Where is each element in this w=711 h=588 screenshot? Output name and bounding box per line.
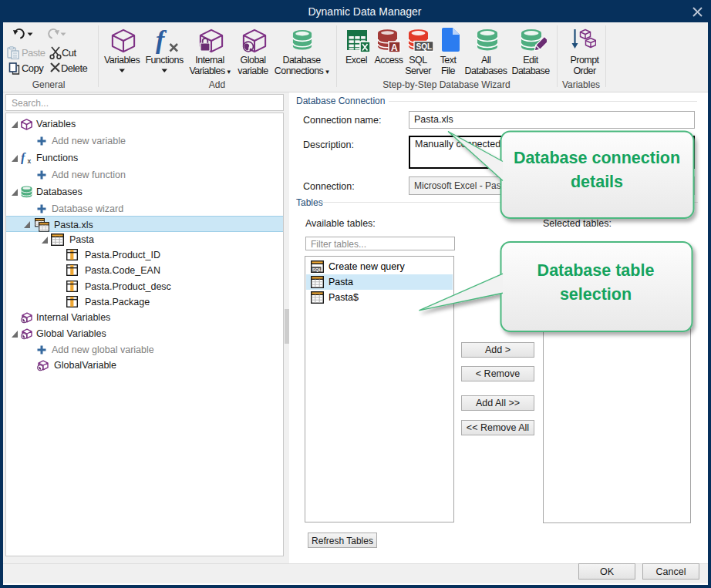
- svg-text:SQL: SQL: [312, 267, 322, 272]
- svg-text:x: x: [28, 157, 32, 164]
- svg-text:SQL: SQL: [416, 42, 433, 51]
- svg-text:A: A: [391, 42, 398, 53]
- svg-text:f: f: [156, 27, 167, 54]
- svg-text:f: f: [21, 151, 26, 164]
